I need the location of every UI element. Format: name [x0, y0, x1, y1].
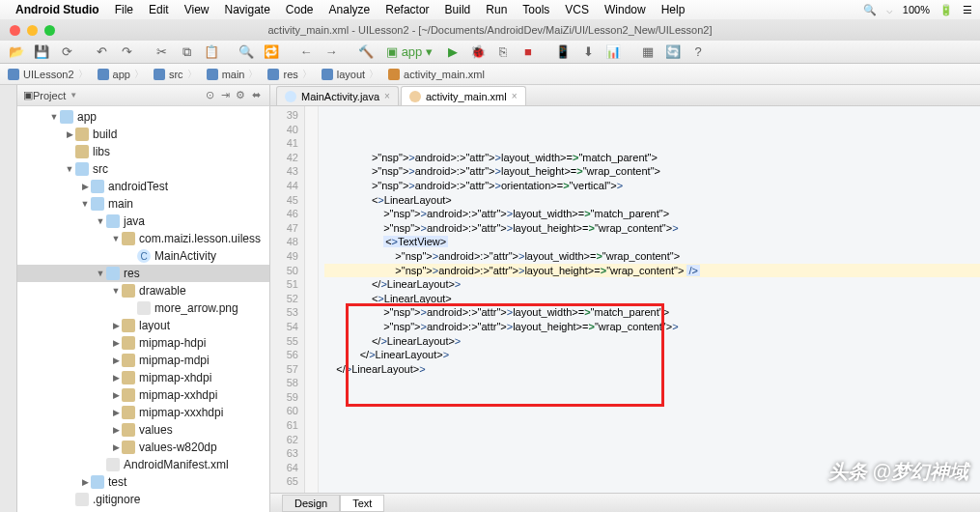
menu-tools[interactable]: Tools: [515, 3, 557, 16]
spotlight-icon[interactable]: 🔍: [863, 4, 877, 16]
refresh-icon[interactable]: ⟳: [56, 43, 77, 62]
tree-node[interactable]: app: [17, 108, 269, 126]
menu-refactor[interactable]: Refactor: [378, 3, 436, 16]
debug-icon[interactable]: 🐞: [467, 43, 489, 62]
left-tool-rail[interactable]: [0, 85, 17, 512]
app-name[interactable]: Android Studio: [15, 3, 99, 16]
tree-node[interactable]: test: [17, 473, 269, 491]
breadcrumb-item[interactable]: layout: [318, 68, 384, 81]
breadcrumb-item[interactable]: main: [203, 68, 265, 81]
breadcrumb-item[interactable]: src: [150, 68, 203, 81]
open-icon[interactable]: 📂: [6, 43, 27, 62]
tree-node[interactable]: layout: [17, 317, 269, 334]
editor-source[interactable]: >"nsp">>android>:>"attr">>layout_width>=…: [319, 106, 980, 493]
make-icon[interactable]: 🔨: [355, 43, 377, 62]
breadcrumb-item[interactable]: activity_main.xml: [384, 69, 494, 80]
redo-icon[interactable]: ↷: [116, 43, 137, 62]
attach-debugger-icon[interactable]: ⎘: [492, 43, 514, 62]
avd-icon[interactable]: 📱: [552, 43, 574, 62]
tree-node[interactable]: main: [17, 195, 269, 213]
menu-extra-icon[interactable]: ☰: [963, 4, 972, 16]
tree-disclosure-icon[interactable]: [110, 408, 122, 417]
editor-tab[interactable]: MainActivity.java×: [276, 86, 399, 105]
menu-run[interactable]: Run: [478, 3, 515, 16]
fold-gutter[interactable]: [305, 106, 319, 493]
tree-disclosure-icon[interactable]: [110, 442, 122, 452]
sdk-icon[interactable]: ⬇: [577, 43, 599, 62]
tree-node[interactable]: mipmap-xxxhdpi: [17, 404, 269, 421]
project-view-icon[interactable]: ▣: [23, 89, 33, 101]
tree-disclosure-icon[interactable]: [110, 390, 122, 400]
tree-node[interactable]: com.maizi.lesson.uiless: [17, 230, 269, 247]
tree-node[interactable]: java: [17, 213, 269, 230]
menu-build[interactable]: Build: [437, 3, 479, 16]
paste-icon[interactable]: 📋: [201, 43, 222, 62]
tree-node[interactable]: src: [17, 160, 269, 178]
tree-node[interactable]: drawable: [17, 282, 269, 299]
tree-node[interactable]: values-w820dp: [17, 439, 269, 456]
tree-disclosure-icon[interactable]: [110, 321, 122, 330]
tree-disclosure-icon[interactable]: [110, 373, 122, 383]
editor-mode-tab-design[interactable]: Design: [282, 495, 340, 512]
editor-tab[interactable]: activity_main.xml×: [401, 86, 526, 105]
menu-help[interactable]: Help: [654, 3, 693, 16]
minimize-button[interactable]: [27, 25, 38, 36]
tree-disclosure-icon[interactable]: [79, 477, 91, 487]
menu-file[interactable]: File: [107, 3, 141, 16]
bluetooth-icon[interactable]: ⌵: [886, 4, 893, 16]
tree-disclosure-icon[interactable]: [48, 112, 60, 122]
tree-node[interactable]: mipmap-hdpi: [17, 334, 269, 352]
run-icon[interactable]: ▶: [442, 43, 463, 62]
find-icon[interactable]: 🔍: [236, 43, 257, 62]
tree-node[interactable]: CMainActivity: [17, 247, 269, 265]
menu-analyze[interactable]: Analyze: [322, 3, 378, 16]
tree-node[interactable]: values: [17, 421, 269, 439]
tree-disclosure-icon[interactable]: [95, 216, 106, 226]
cut-icon[interactable]: ✂: [151, 43, 172, 62]
tree-node[interactable]: mipmap-xhdpi: [17, 369, 269, 386]
tree-disclosure-icon[interactable]: [64, 129, 75, 139]
tree-node[interactable]: more_arrow.png: [17, 299, 269, 317]
chevron-down-icon[interactable]: ▼: [70, 91, 77, 100]
tree-node[interactable]: .gitignore: [17, 491, 269, 508]
zoom-button[interactable]: [44, 25, 55, 36]
run-config-selector[interactable]: ▣ app ▾: [380, 43, 438, 62]
menu-vcs[interactable]: VCS: [557, 3, 597, 16]
copy-icon[interactable]: ⧉: [176, 43, 197, 62]
project-tree[interactable]: appbuildlibssrcandroidTestmainjavacom.ma…: [17, 106, 269, 512]
sync-icon[interactable]: 🔄: [662, 43, 684, 62]
tree-disclosure-icon[interactable]: [79, 182, 91, 191]
tree-disclosure-icon[interactable]: [110, 286, 122, 296]
close-tab-icon[interactable]: ×: [512, 91, 518, 101]
tree-disclosure-icon[interactable]: [95, 269, 106, 278]
tree-node[interactable]: androidTest: [17, 178, 269, 195]
breadcrumb-item[interactable]: res: [264, 68, 317, 81]
menu-navigate[interactable]: Navigate: [216, 3, 277, 16]
tree-node[interactable]: build: [17, 126, 269, 143]
menu-edit[interactable]: Edit: [141, 3, 177, 16]
tree-disclosure-icon[interactable]: [110, 425, 122, 435]
structure-icon[interactable]: ▦: [637, 43, 658, 62]
menu-code[interactable]: Code: [278, 3, 322, 16]
scroll-to-source-icon[interactable]: ⊙: [202, 89, 217, 101]
hide-icon[interactable]: ⬌: [248, 89, 264, 101]
tree-disclosure-icon[interactable]: [79, 199, 91, 209]
stop-icon[interactable]: ■: [518, 43, 539, 62]
tree-disclosure-icon[interactable]: [110, 234, 122, 243]
tree-disclosure-icon[interactable]: [64, 164, 75, 174]
help-icon[interactable]: ?: [687, 43, 709, 62]
ddms-icon[interactable]: 📊: [602, 43, 624, 62]
gear-icon[interactable]: ⚙: [233, 89, 248, 101]
close-tab-icon[interactable]: ×: [384, 91, 390, 101]
save-icon[interactable]: 💾: [31, 43, 52, 62]
back-icon[interactable]: ←: [295, 43, 317, 62]
undo-icon[interactable]: ↶: [91, 43, 112, 62]
code-editor[interactable]: 3940414243444546474849505152535455565758…: [270, 106, 980, 493]
replace-icon[interactable]: 🔁: [261, 43, 282, 62]
tree-disclosure-icon[interactable]: [110, 356, 122, 365]
breadcrumb-item[interactable]: UILesson2: [4, 68, 94, 81]
breadcrumb-item[interactable]: app: [94, 68, 150, 81]
tree-node[interactable]: res: [17, 265, 269, 282]
tree-disclosure-icon[interactable]: [110, 338, 122, 348]
editor-mode-tab-text[interactable]: Text: [340, 495, 384, 512]
